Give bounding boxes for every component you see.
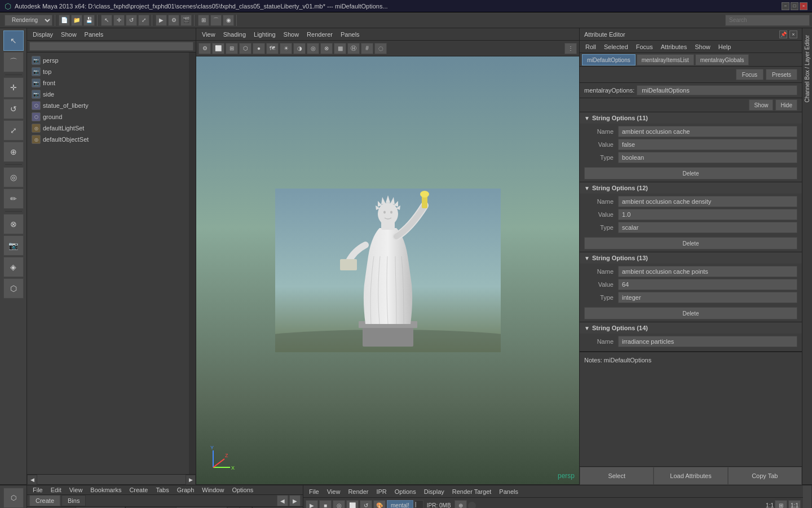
viewport-3d[interactable]: persp X Y Z xyxy=(196,56,579,484)
lasso-select-button[interactable]: ⌒ xyxy=(3,52,24,72)
nparticles-icon[interactable]: ◌ xyxy=(374,43,387,54)
sop-name-input-14[interactable] xyxy=(618,336,797,347)
render-region-icon[interactable]: ⬜ xyxy=(346,500,359,509)
hud-icon[interactable]: Ⓗ xyxy=(347,43,360,54)
string-option-header-12[interactable]: ▼ String Options (12) xyxy=(580,182,802,194)
attr-help-tab[interactable]: Help xyxy=(715,42,735,51)
open-file-icon[interactable]: 📁 xyxy=(71,15,82,26)
string-option-header-14[interactable]: ▼ String Options (14) xyxy=(580,322,802,334)
render-ipr-menu[interactable]: IPR xyxy=(373,487,390,496)
render-options-menu[interactable]: Options xyxy=(391,487,420,496)
copy-tab-button[interactable]: Copy Tab xyxy=(728,467,802,485)
render-play-icon[interactable]: ▶ xyxy=(306,500,318,509)
rotate-tool-icon[interactable]: ↺ xyxy=(126,15,137,26)
outliner-item-lightset[interactable]: ◎ defaultLightSet xyxy=(29,122,187,134)
outliner-scrollbar[interactable] xyxy=(189,52,196,474)
hs-edit-menu[interactable]: Edit xyxy=(47,485,65,494)
hs-nav-left-icon[interactable]: ◀ xyxy=(277,495,288,506)
wireframe-icon[interactable]: ⬡ xyxy=(239,43,251,54)
shadows-icon[interactable]: ◑ xyxy=(293,43,306,54)
minimize-button[interactable]: − xyxy=(782,2,789,10)
hs-create-tab[interactable]: Create xyxy=(29,495,60,506)
outliner-item-statue[interactable]: ⬡ statue_of_liberty xyxy=(29,100,187,111)
outliner-item-ground[interactable]: ⬡ ground xyxy=(29,111,187,122)
render-settings-icon[interactable]: ⚙ xyxy=(168,15,179,26)
camera-settings-icon[interactable]: ⚙ xyxy=(198,43,211,54)
attr-focus-tab[interactable]: Focus xyxy=(633,42,656,51)
lighting-menu[interactable]: Lighting xyxy=(250,30,279,39)
outliner-item-front[interactable]: 📷 front xyxy=(29,77,187,89)
resolution-gate-icon[interactable]: ⬜ xyxy=(212,43,224,54)
render-color-icon[interactable]: 🎨 xyxy=(373,500,386,509)
hs-window-menu[interactable]: Window xyxy=(198,485,227,494)
sop-value-input-11[interactable] xyxy=(618,139,797,150)
select-button[interactable]: Select xyxy=(580,467,654,485)
attr-editor-side-tab[interactable]: Attribute Editor xyxy=(803,485,812,508)
mental-ray-globals-tab[interactable]: mentalrayGlobals xyxy=(695,54,749,65)
outliner-item-top[interactable]: 📷 top xyxy=(29,66,187,77)
new-file-icon[interactable]: 📄 xyxy=(59,15,70,26)
sop-type-input-13[interactable] xyxy=(618,292,797,303)
camera-button[interactable]: 📷 xyxy=(3,235,24,256)
render-display-menu[interactable]: Display xyxy=(421,487,448,496)
maximize-button[interactable]: □ xyxy=(791,2,798,10)
universal-manip-button[interactable]: ⊕ xyxy=(3,142,24,162)
mi-default-options-tab[interactable]: miDefaultOptions xyxy=(582,54,636,65)
render-fit-icon[interactable]: ⊞ xyxy=(775,500,787,509)
render-circle-icon[interactable]: ⊕ xyxy=(454,500,467,509)
soft-select-button[interactable]: ◎ xyxy=(3,167,24,187)
scale-tool-icon[interactable]: ⤢ xyxy=(138,15,149,26)
paint-button[interactable]: ✏ xyxy=(3,189,24,209)
hide-button[interactable]: Hide xyxy=(775,99,797,111)
outliner-panels-menu[interactable]: Panels xyxy=(81,30,107,39)
show-button[interactable]: Show xyxy=(749,99,773,111)
isolate-select-icon[interactable]: ◎ xyxy=(307,43,319,54)
hs-file-menu[interactable]: File xyxy=(29,485,46,494)
snap-point-icon[interactable]: ◉ xyxy=(223,15,234,26)
focus-button[interactable]: Focus xyxy=(736,69,764,80)
outliner-show-menu[interactable]: Show xyxy=(58,30,80,39)
outliner-item-objset[interactable]: ◎ defaultObjectSet xyxy=(29,134,187,145)
render-ipr-icon[interactable]: ◎ xyxy=(333,500,345,509)
load-attributes-button[interactable]: Load Attributes xyxy=(654,467,727,485)
hs-bins-tab[interactable]: Bins xyxy=(61,495,86,506)
render-refresh-icon[interactable]: ↺ xyxy=(360,500,372,509)
sop-type-input-11[interactable] xyxy=(618,152,797,163)
render-view-menu-item[interactable]: View xyxy=(324,487,344,496)
render-file-menu[interactable]: File xyxy=(306,487,323,496)
sop-delete-btn-12[interactable]: Delete xyxy=(584,237,797,249)
ipr-icon[interactable]: 🎬 xyxy=(180,15,192,26)
hs-graph-menu[interactable]: Graph xyxy=(174,485,198,494)
hs-nav-right-icon[interactable]: ▶ xyxy=(289,495,301,506)
sop-delete-btn-11[interactable]: Delete xyxy=(584,167,797,179)
presets-button[interactable]: Presets xyxy=(766,69,797,80)
outliner-search-input[interactable] xyxy=(29,42,193,51)
hs-tool-1-icon[interactable]: ⬡ xyxy=(3,488,24,508)
attr-roll-tab[interactable]: Roll xyxy=(582,42,599,51)
sop-delete-btn-13[interactable]: Delete xyxy=(584,307,797,319)
channel-box-tab[interactable]: Channel Box / Layer Editor xyxy=(803,30,811,107)
mental-ray-items-tab[interactable]: mentalrayItemsList xyxy=(637,54,694,65)
sop-type-input-12[interactable] xyxy=(618,222,797,233)
scroll-right-btn[interactable]: ▶ xyxy=(186,475,196,485)
show-manip-button[interactable]: ⊗ xyxy=(3,214,24,234)
h-scrollbar[interactable] xyxy=(37,475,186,484)
attr-selected-tab[interactable]: Selected xyxy=(601,42,632,51)
outliner-item-persp[interactable]: 📷 persp xyxy=(29,55,187,66)
field-chart-icon[interactable]: ⊞ xyxy=(226,43,238,54)
lattice-button[interactable]: ⬡ xyxy=(3,278,24,299)
hs-tabs-menu[interactable]: Tabs xyxy=(152,485,172,494)
render-render-menu[interactable]: Render xyxy=(345,487,372,496)
panels-menu[interactable]: Panels xyxy=(337,30,363,39)
grid-icon[interactable]: # xyxy=(361,43,373,54)
sop-name-input-13[interactable] xyxy=(618,266,797,277)
render-target-menu[interactable]: Render Target xyxy=(449,487,495,496)
save-file-icon[interactable]: 💾 xyxy=(83,15,95,26)
cluster-button[interactable]: ◈ xyxy=(3,257,24,277)
sop-name-input-12[interactable] xyxy=(618,196,797,207)
mode-dropdown[interactable]: Rendering Animation Modeling xyxy=(5,15,52,26)
move-button[interactable]: ✛ xyxy=(3,77,24,98)
smooth-shade-icon[interactable]: ● xyxy=(253,43,265,54)
xray-icon[interactable]: ⊗ xyxy=(320,43,333,54)
render-icon[interactable]: ▶ xyxy=(156,15,167,26)
